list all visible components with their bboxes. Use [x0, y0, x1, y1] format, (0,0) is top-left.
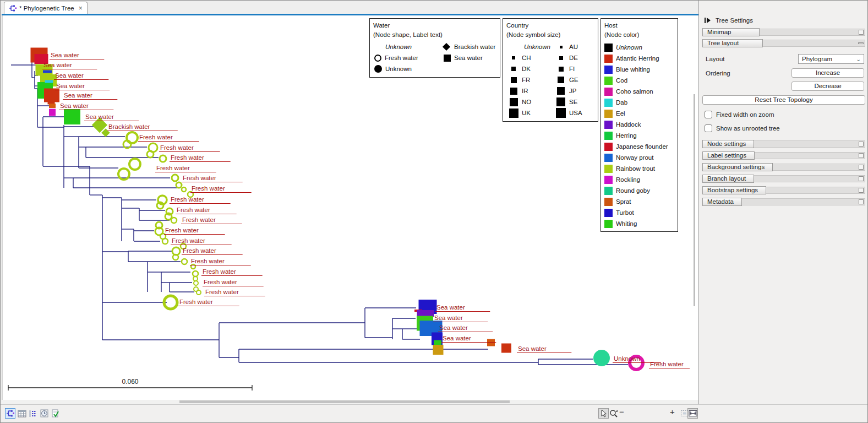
tree-view-button[interactable]	[5, 408, 15, 419]
leaf-label[interactable]: Sea water	[443, 335, 471, 341]
leaf-label[interactable]: Sea water	[60, 102, 89, 109]
node-circle[interactable]	[194, 281, 198, 285]
tree-settings-header[interactable]: Tree Settings	[702, 15, 865, 25]
expand-icon[interactable]	[859, 30, 864, 35]
section-branch-layout[interactable]: Branch layout	[702, 175, 865, 183]
section-label[interactable]: Label settings	[702, 151, 755, 160]
leaf-label[interactable]: Sea water	[434, 314, 463, 321]
node-circle[interactable]	[182, 187, 186, 192]
leaf-label[interactable]: Sea water	[43, 62, 72, 68]
vertical-scrollbar-thumb[interactable]	[694, 94, 695, 306]
section-label[interactable]: Branch layout	[702, 175, 754, 183]
list-view-button[interactable]	[28, 408, 38, 419]
node-circle[interactable]	[172, 175, 178, 181]
node-square[interactable]	[49, 109, 56, 116]
leaf-label[interactable]: Fresh water	[171, 196, 204, 203]
fit-width-button[interactable]	[687, 408, 698, 419]
leaf-label[interactable]: Unknown	[614, 355, 640, 362]
zoom-in-button[interactable]: +	[670, 407, 675, 416]
zoom-out-button[interactable]: −	[619, 407, 624, 416]
leaf-label[interactable]: Fresh water	[177, 207, 210, 213]
node-circle[interactable]	[182, 259, 187, 264]
panel-collapse-icon[interactable]	[705, 18, 711, 23]
horizontal-scrollbar[interactable]	[5, 400, 690, 404]
vertical-scrollbar[interactable]	[693, 15, 696, 400]
unrooted-checkbox-row[interactable]: Show as unrooted tree	[702, 124, 865, 132]
leaf-label[interactable]: Fresh water	[179, 299, 213, 305]
leaf-label[interactable]: Fresh water	[204, 279, 237, 285]
node-square[interactable]	[417, 310, 434, 317]
node-circle[interactable]	[176, 182, 182, 188]
leaf-label[interactable]: Fresh water	[650, 361, 684, 367]
node-square[interactable]	[501, 344, 511, 353]
leaf-label[interactable]: Sea water	[56, 83, 85, 89]
reset-tree-topology-button[interactable]: Reset Tree Topology	[702, 95, 865, 105]
expand-icon[interactable]	[859, 188, 864, 193]
section-minimap-label[interactable]: Minimap	[702, 28, 760, 36]
node-square[interactable]	[433, 345, 444, 355]
node-square[interactable]	[45, 80, 53, 83]
pan-select-button[interactable]	[598, 408, 609, 419]
leaf-label[interactable]: Fresh water	[183, 247, 216, 254]
tab-close-icon[interactable]: ×	[79, 4, 83, 12]
increase-button[interactable]: Increase	[791, 68, 864, 78]
node-circle[interactable]	[160, 155, 166, 162]
node-circle[interactable]	[193, 271, 198, 276]
element-info-button[interactable]	[50, 408, 61, 419]
section-tree-layout[interactable]: Tree layout	[702, 39, 865, 47]
section-bootstrap-settings[interactable]: Bootstrap settings	[702, 186, 865, 194]
horizontal-scrollbar-thumb[interactable]	[179, 400, 510, 403]
leaf-label[interactable]: Fresh water	[160, 144, 194, 151]
leaf-label[interactable]: Fresh water	[205, 289, 239, 295]
leaf-label[interactable]: Fresh water	[156, 165, 190, 171]
unrooted-checkbox[interactable]	[705, 124, 712, 132]
collapse-icon[interactable]	[858, 42, 864, 44]
tree-canvas[interactable]: Sea waterSea waterSea waterSea waterSea …	[2, 15, 698, 400]
node-filled-circle[interactable]	[593, 350, 610, 366]
node-circle[interactable]	[162, 238, 168, 244]
leaf-label[interactable]: Sea water	[439, 324, 468, 331]
tab-phylogenetic-tree[interactable]: * Phylogenetic Tree ×	[4, 2, 88, 14]
leaf-label[interactable]: Sea water	[51, 52, 79, 58]
section-background-settings[interactable]: Background settings	[702, 163, 865, 171]
leaf-label[interactable]: Fresh water	[182, 216, 216, 223]
leaf-label[interactable]: Fresh water	[183, 175, 216, 181]
node-square[interactable]	[49, 104, 56, 108]
leaf-label[interactable]: Fresh water	[171, 154, 204, 161]
node-square[interactable]	[43, 70, 52, 73]
section-label[interactable]: Node settings	[702, 140, 754, 148]
node-circle[interactable]	[196, 290, 201, 295]
layout-dropdown[interactable]: Phylogram ⌄	[798, 54, 864, 64]
leaf-label[interactable]: Sea water	[436, 304, 465, 311]
decrease-button[interactable]: Decrease	[791, 82, 864, 91]
section-label[interactable]: Background settings	[702, 163, 773, 171]
section-tree-layout-label[interactable]: Tree layout	[702, 39, 763, 47]
leaf-label[interactable]: Sea water	[64, 92, 92, 99]
zoom-mode-button[interactable]	[608, 408, 619, 419]
expand-icon[interactable]	[859, 153, 864, 158]
section-label[interactable]: Metadata	[702, 198, 742, 206]
node-circle[interactable]	[171, 218, 177, 223]
leaf-label[interactable]: Sea water	[55, 72, 84, 79]
leaf-label[interactable]: Fresh water	[139, 134, 173, 140]
node-circle[interactable]	[127, 132, 138, 143]
leaf-label[interactable]: Sea water	[85, 113, 114, 120]
section-node-settings[interactable]: Node settings	[702, 140, 865, 148]
section-minimap[interactable]: Minimap	[702, 28, 865, 36]
node-circle[interactable]	[129, 159, 140, 170]
leaf-label[interactable]: Fresh water	[203, 268, 236, 275]
leaf-label[interactable]: Fresh water	[191, 258, 225, 264]
fixed-width-checkbox-row[interactable]: Fixed width on zoom	[702, 111, 865, 118]
node-square[interactable]	[64, 109, 80, 124]
leaf-label[interactable]: Fresh water	[192, 185, 225, 192]
fixed-width-checkbox[interactable]	[705, 111, 712, 118]
leaf-label[interactable]: Sea water	[518, 345, 547, 352]
leaf-label[interactable]: Fresh water	[172, 237, 205, 244]
table-view-button[interactable]	[17, 408, 27, 419]
section-label[interactable]: Bootstrap settings	[702, 186, 766, 194]
expand-icon[interactable]	[859, 199, 864, 204]
expand-icon[interactable]	[859, 176, 864, 181]
leaf-label[interactable]: Fresh water	[165, 227, 199, 234]
leaf-label[interactable]: Brackish water	[108, 123, 150, 130]
section-metadata[interactable]: Metadata	[702, 198, 865, 206]
